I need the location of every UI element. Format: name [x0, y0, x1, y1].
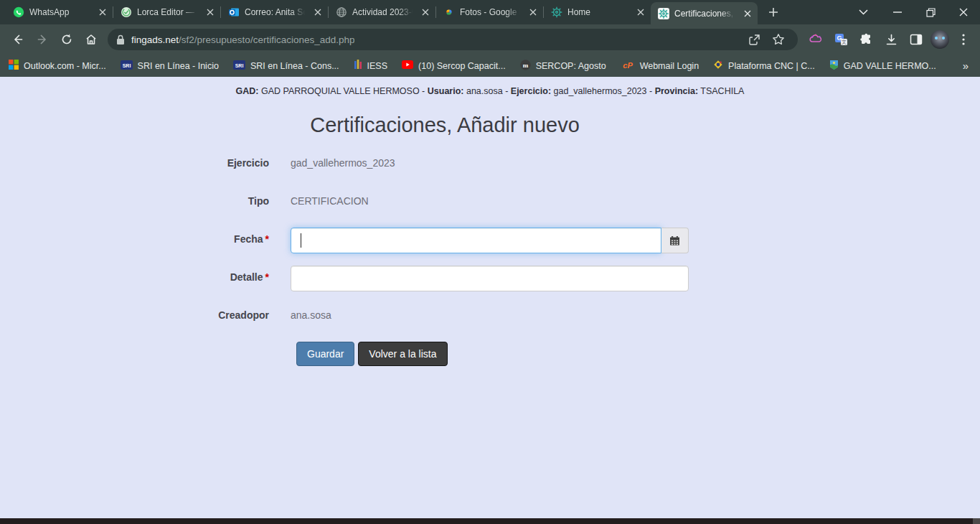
tab-close-icon[interactable]	[204, 6, 216, 19]
bookmark-outlook[interactable]: Outlook.com - Micr...	[9, 60, 106, 72]
tab-close-icon[interactable]	[311, 6, 324, 19]
bookmark-star-icon[interactable]	[768, 29, 789, 50]
tab-close-icon[interactable]	[96, 6, 108, 19]
detalle-input[interactable]	[291, 266, 689, 291]
profile-avatar[interactable]	[930, 30, 949, 49]
bookmark-gad-valle-hermoso[interactable]: GAD VALLE HERMO...	[829, 60, 936, 72]
google-photos-icon	[443, 6, 455, 18]
extensions-puzzle-icon[interactable]	[855, 29, 877, 50]
ejercicio-label: Ejercicio	[201, 151, 269, 177]
window-controls	[848, 0, 980, 24]
fecha-input[interactable]	[291, 228, 661, 253]
iess-icon	[354, 60, 362, 72]
gad-session-info: GAD: GAD PARROQUIAL VALLE HERMOSO - Usua…	[0, 77, 980, 96]
back-button[interactable]	[6, 27, 30, 52]
info-gad-label: GAD:	[236, 86, 259, 96]
navigation-toolbar: fingads.net/sf2/presupuesto/certificacio…	[0, 24, 980, 55]
page-title: Certificaciones, Añadir nuevo	[201, 113, 689, 137]
required-asterisk: *	[265, 271, 269, 283]
fingads-gear-icon	[551, 6, 562, 18]
new-tab-button[interactable]	[763, 2, 783, 22]
tab-lorca-editor[interactable]: Lorca Editor — El	[113, 0, 220, 24]
bookmark-sercop-agosto[interactable]: m SERCOP: Agosto	[520, 60, 606, 72]
fecha-label: Fecha*	[201, 228, 269, 253]
forward-button[interactable]	[30, 27, 55, 52]
calendar-picker-button[interactable]	[661, 228, 689, 253]
tipo-label: Tipo	[201, 190, 269, 215]
tipo-value: CERTIFICACION	[291, 190, 689, 207]
form-row-detalle: Detalle*	[201, 266, 689, 291]
buttons-spacer	[201, 342, 269, 368]
svg-text:cP: cP	[623, 60, 633, 69]
taskbar-edge-end	[973, 518, 980, 524]
bookmarks-bar: Outlook.com - Micr... SRI SRI en Línea -…	[0, 55, 980, 77]
bookmark-sri-consultas[interactable]: SRI SRI en Línea - Cons...	[233, 60, 339, 72]
url-text: fingads.net/sf2/presupuesto/certificacio…	[131, 34, 354, 45]
tab-close-icon[interactable]	[741, 7, 753, 19]
tab-title: Fotos - Google F	[460, 7, 522, 17]
tab-close-icon[interactable]	[634, 6, 646, 19]
form-row-ejercicio: Ejercicio gad_vallehermos_2023	[201, 151, 689, 177]
reload-button[interactable]	[55, 27, 79, 52]
cloud-extension-icon[interactable]	[805, 29, 826, 50]
tab-fotos[interactable]: Fotos - Google F	[436, 0, 543, 24]
tab-strip: WhatsApp Lorca Editor — El Correo: Anita…	[0, 0, 980, 24]
tab-search-chevron-icon[interactable]	[848, 0, 878, 24]
web-page-content: GAD: GAD PARROQUIAL VALLE HERMOSO - Usua…	[0, 77, 980, 518]
fecha-input-group	[291, 228, 689, 253]
volver-a-la-lista-button[interactable]: Volver a la lista	[358, 342, 447, 366]
info-ejercicio-value: gad_vallehermos_2023 -	[551, 86, 655, 96]
info-provincia-value: TSACHILA	[698, 86, 744, 96]
tab-correo[interactable]: Correo: Anita Sos	[221, 0, 328, 24]
tab-close-icon[interactable]	[419, 6, 431, 19]
url-path: /sf2/presupuesto/certificaciones_add.php	[179, 34, 354, 45]
tab-home[interactable]: Home	[544, 0, 651, 24]
tab-title: Home	[567, 7, 629, 17]
whatsapp-icon	[13, 6, 24, 18]
tab-actividad[interactable]: Actividad 2023-0	[329, 0, 435, 24]
share-icon[interactable]	[743, 29, 765, 50]
bookmark-label: GAD VALLE HERMO...	[844, 61, 936, 71]
required-asterisk: *	[265, 233, 269, 245]
guardar-button[interactable]: Guardar	[296, 342, 354, 366]
tab-title: Actividad 2023-0	[352, 7, 414, 17]
lock-icon[interactable]	[116, 34, 125, 45]
taskbar-edge	[0, 518, 980, 524]
menu-kebab-icon[interactable]	[953, 29, 974, 50]
tab-close-icon[interactable]	[527, 6, 539, 19]
bookmarks-overflow-chevron[interactable]: »	[963, 60, 971, 72]
cpanel-icon: cP	[621, 60, 635, 72]
tab-title: Certificaciones, A	[674, 9, 736, 19]
minimize-button[interactable]	[881, 0, 914, 24]
svg-text:SRI: SRI	[235, 62, 244, 67]
bookmark-label: Plataforma CNC | C...	[728, 61, 815, 71]
info-usuario-value: ana.sosa -	[463, 86, 510, 96]
bookmark-iess[interactable]: IESS	[354, 60, 388, 72]
restore-button[interactable]	[914, 0, 947, 24]
google-translate-icon[interactable]: G文	[830, 29, 852, 50]
download-icon[interactable]	[880, 29, 902, 50]
tab-certificaciones[interactable]: Certificaciones, A	[651, 2, 758, 24]
bookmark-sri-inicio[interactable]: SRI SRI en Línea - Inicio	[121, 60, 219, 72]
fingads-gear-icon	[658, 8, 669, 19]
bookmark-label: IESS	[367, 61, 388, 71]
tab-whatsapp[interactable]: WhatsApp	[6, 0, 113, 24]
info-ejercicio-label: Ejercicio:	[511, 86, 551, 96]
text-caret	[301, 233, 301, 248]
bookmark-label: SRI en Línea - Inicio	[138, 61, 219, 71]
gad-emblem-icon	[829, 60, 839, 72]
side-panel-icon[interactable]	[905, 29, 927, 50]
cnc-icon	[713, 60, 723, 72]
bookmark-sercop-youtube[interactable]: (10) Sercop Capacit...	[402, 60, 506, 71]
address-bar[interactable]: fingads.net/sf2/presupuesto/certificacio…	[108, 29, 798, 50]
creadopor-value: ana.sosa	[291, 304, 689, 321]
bookmark-plataforma-cnc[interactable]: Plataforma CNC | C...	[713, 60, 815, 72]
close-window-button[interactable]	[947, 0, 980, 24]
lorca-icon	[121, 6, 132, 18]
detalle-label: Detalle*	[201, 266, 269, 291]
home-button[interactable]	[79, 27, 103, 52]
bookmark-webmail[interactable]: cP Webmail Login	[621, 60, 699, 72]
form-row-tipo: Tipo CERTIFICACION	[201, 190, 689, 215]
youtube-icon	[402, 60, 413, 71]
tab-title: WhatsApp	[29, 7, 91, 17]
